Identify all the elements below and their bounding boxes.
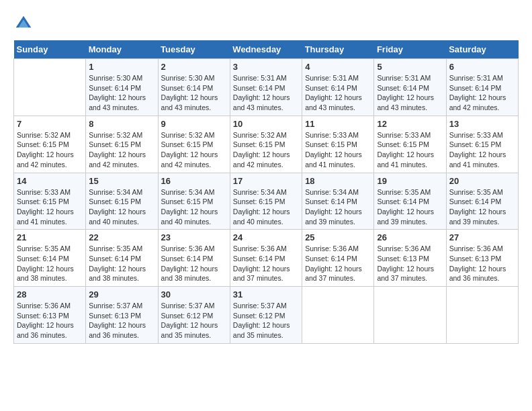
calendar-week-1: 1Sunrise: 5:30 AMSunset: 6:14 PMDaylight… xyxy=(14,59,519,116)
day-number: 7 xyxy=(17,119,83,129)
calendar-cell xyxy=(446,287,518,344)
day-number: 3 xyxy=(233,62,299,72)
day-number: 22 xyxy=(89,232,154,242)
day-number: 12 xyxy=(377,119,443,129)
calendar-cell: 3Sunrise: 5:31 AMSunset: 6:14 PMDaylight… xyxy=(230,59,302,116)
weekday-header-friday: Friday xyxy=(374,40,446,59)
day-info: Sunrise: 5:34 AMSunset: 6:14 PMDaylight:… xyxy=(305,187,371,227)
day-info: Sunrise: 5:33 AMSunset: 6:15 PMDaylight:… xyxy=(449,130,515,170)
day-info: Sunrise: 5:36 AMSunset: 6:13 PMDaylight:… xyxy=(17,301,83,340)
day-info: Sunrise: 5:36 AMSunset: 6:14 PMDaylight:… xyxy=(161,244,227,283)
day-info: Sunrise: 5:37 AMSunset: 6:12 PMDaylight:… xyxy=(233,301,299,340)
day-info: Sunrise: 5:35 AMSunset: 6:14 PMDaylight:… xyxy=(377,187,443,227)
calendar-cell xyxy=(374,287,446,344)
calendar-cell: 16Sunrise: 5:34 AMSunset: 6:15 PMDayligh… xyxy=(158,173,230,230)
calendar-cell: 19Sunrise: 5:35 AMSunset: 6:14 PMDayligh… xyxy=(374,173,446,230)
day-number: 5 xyxy=(377,62,443,72)
day-number: 31 xyxy=(233,289,299,300)
calendar-cell: 9Sunrise: 5:32 AMSunset: 6:15 PMDaylight… xyxy=(158,116,230,173)
day-info: Sunrise: 5:37 AMSunset: 6:12 PMDaylight:… xyxy=(161,301,227,340)
day-number: 13 xyxy=(449,119,515,129)
calendar-table: SundayMondayTuesdayWednesdayThursdayFrid… xyxy=(13,40,519,344)
calendar-week-2: 7Sunrise: 5:32 AMSunset: 6:15 PMDaylight… xyxy=(14,116,519,173)
day-number: 19 xyxy=(377,176,443,186)
logo xyxy=(13,13,36,34)
calendar-cell: 13Sunrise: 5:33 AMSunset: 6:15 PMDayligh… xyxy=(446,116,518,173)
day-number: 30 xyxy=(161,289,227,300)
calendar-cell: 5Sunrise: 5:31 AMSunset: 6:14 PMDaylight… xyxy=(374,59,446,116)
calendar-cell: 12Sunrise: 5:33 AMSunset: 6:15 PMDayligh… xyxy=(374,116,446,173)
day-info: Sunrise: 5:32 AMSunset: 6:15 PMDaylight:… xyxy=(233,130,299,170)
calendar-cell: 7Sunrise: 5:32 AMSunset: 6:15 PMDaylight… xyxy=(14,116,86,173)
day-info: Sunrise: 5:35 AMSunset: 6:14 PMDaylight:… xyxy=(89,244,154,283)
day-info: Sunrise: 5:36 AMSunset: 6:14 PMDaylight:… xyxy=(233,244,299,283)
calendar-cell: 27Sunrise: 5:36 AMSunset: 6:13 PMDayligh… xyxy=(446,230,518,287)
day-number: 25 xyxy=(305,232,371,242)
logo-icon xyxy=(13,13,34,34)
calendar-cell: 11Sunrise: 5:33 AMSunset: 6:15 PMDayligh… xyxy=(302,116,374,173)
calendar-cell xyxy=(302,287,374,344)
calendar-cell: 24Sunrise: 5:36 AMSunset: 6:14 PMDayligh… xyxy=(230,230,302,287)
calendar-week-5: 28Sunrise: 5:36 AMSunset: 6:13 PMDayligh… xyxy=(14,287,519,344)
calendar-cell: 15Sunrise: 5:34 AMSunset: 6:15 PMDayligh… xyxy=(86,173,158,230)
day-number: 15 xyxy=(89,176,154,186)
weekday-header-row: SundayMondayTuesdayWednesdayThursdayFrid… xyxy=(14,40,519,59)
weekday-header-tuesday: Tuesday xyxy=(158,40,230,59)
day-info: Sunrise: 5:33 AMSunset: 6:15 PMDaylight:… xyxy=(17,187,83,227)
day-info: Sunrise: 5:32 AMSunset: 6:15 PMDaylight:… xyxy=(161,130,227,170)
day-number: 10 xyxy=(233,119,299,129)
calendar-cell: 26Sunrise: 5:36 AMSunset: 6:13 PMDayligh… xyxy=(374,230,446,287)
day-number: 9 xyxy=(161,119,227,129)
weekday-header-sunday: Sunday xyxy=(14,40,86,59)
day-info: Sunrise: 5:36 AMSunset: 6:14 PMDaylight:… xyxy=(305,244,371,283)
day-info: Sunrise: 5:31 AMSunset: 6:14 PMDaylight:… xyxy=(305,73,371,113)
weekday-header-thursday: Thursday xyxy=(302,40,374,59)
calendar-cell: 29Sunrise: 5:37 AMSunset: 6:13 PMDayligh… xyxy=(86,287,158,344)
day-number: 11 xyxy=(305,119,371,129)
day-number: 29 xyxy=(89,289,154,300)
day-info: Sunrise: 5:37 AMSunset: 6:13 PMDaylight:… xyxy=(89,301,154,340)
calendar-cell: 14Sunrise: 5:33 AMSunset: 6:15 PMDayligh… xyxy=(14,173,86,230)
day-info: Sunrise: 5:31 AMSunset: 6:14 PMDaylight:… xyxy=(449,73,515,113)
day-number: 14 xyxy=(17,176,83,186)
calendar-cell: 21Sunrise: 5:35 AMSunset: 6:14 PMDayligh… xyxy=(14,230,86,287)
calendar-cell: 10Sunrise: 5:32 AMSunset: 6:15 PMDayligh… xyxy=(230,116,302,173)
calendar-cell: 6Sunrise: 5:31 AMSunset: 6:14 PMDaylight… xyxy=(446,59,518,116)
day-info: Sunrise: 5:32 AMSunset: 6:15 PMDaylight:… xyxy=(89,130,154,170)
day-number: 21 xyxy=(17,232,83,242)
calendar-cell xyxy=(14,59,86,116)
calendar-cell: 25Sunrise: 5:36 AMSunset: 6:14 PMDayligh… xyxy=(302,230,374,287)
day-number: 8 xyxy=(89,119,154,129)
day-number: 18 xyxy=(305,176,371,186)
page-header xyxy=(13,13,519,34)
calendar-cell: 8Sunrise: 5:32 AMSunset: 6:15 PMDaylight… xyxy=(86,116,158,173)
calendar-cell: 18Sunrise: 5:34 AMSunset: 6:14 PMDayligh… xyxy=(302,173,374,230)
calendar-week-3: 14Sunrise: 5:33 AMSunset: 6:15 PMDayligh… xyxy=(14,173,519,230)
day-info: Sunrise: 5:34 AMSunset: 6:15 PMDaylight:… xyxy=(233,187,299,227)
day-number: 17 xyxy=(233,176,299,186)
calendar-cell: 28Sunrise: 5:36 AMSunset: 6:13 PMDayligh… xyxy=(14,287,86,344)
day-number: 20 xyxy=(449,176,515,186)
day-info: Sunrise: 5:30 AMSunset: 6:14 PMDaylight:… xyxy=(89,73,154,113)
day-info: Sunrise: 5:31 AMSunset: 6:14 PMDaylight:… xyxy=(377,73,443,113)
calendar-cell: 31Sunrise: 5:37 AMSunset: 6:12 PMDayligh… xyxy=(230,287,302,344)
calendar-cell: 20Sunrise: 5:35 AMSunset: 6:14 PMDayligh… xyxy=(446,173,518,230)
calendar-cell: 1Sunrise: 5:30 AMSunset: 6:14 PMDaylight… xyxy=(86,59,158,116)
day-number: 4 xyxy=(305,62,371,72)
day-info: Sunrise: 5:36 AMSunset: 6:13 PMDaylight:… xyxy=(449,244,515,283)
day-number: 28 xyxy=(17,289,83,300)
day-number: 27 xyxy=(449,232,515,242)
calendar-cell: 22Sunrise: 5:35 AMSunset: 6:14 PMDayligh… xyxy=(86,230,158,287)
day-info: Sunrise: 5:36 AMSunset: 6:13 PMDaylight:… xyxy=(377,244,443,283)
day-number: 16 xyxy=(161,176,227,186)
day-info: Sunrise: 5:33 AMSunset: 6:15 PMDaylight:… xyxy=(377,130,443,170)
day-info: Sunrise: 5:33 AMSunset: 6:15 PMDaylight:… xyxy=(305,130,371,170)
calendar-week-4: 21Sunrise: 5:35 AMSunset: 6:14 PMDayligh… xyxy=(14,230,519,287)
day-number: 2 xyxy=(161,62,227,72)
day-number: 24 xyxy=(233,232,299,242)
day-info: Sunrise: 5:35 AMSunset: 6:14 PMDaylight:… xyxy=(449,187,515,227)
day-info: Sunrise: 5:35 AMSunset: 6:14 PMDaylight:… xyxy=(17,244,83,283)
day-number: 23 xyxy=(161,232,227,242)
weekday-header-wednesday: Wednesday xyxy=(230,40,302,59)
weekday-header-saturday: Saturday xyxy=(446,40,518,59)
